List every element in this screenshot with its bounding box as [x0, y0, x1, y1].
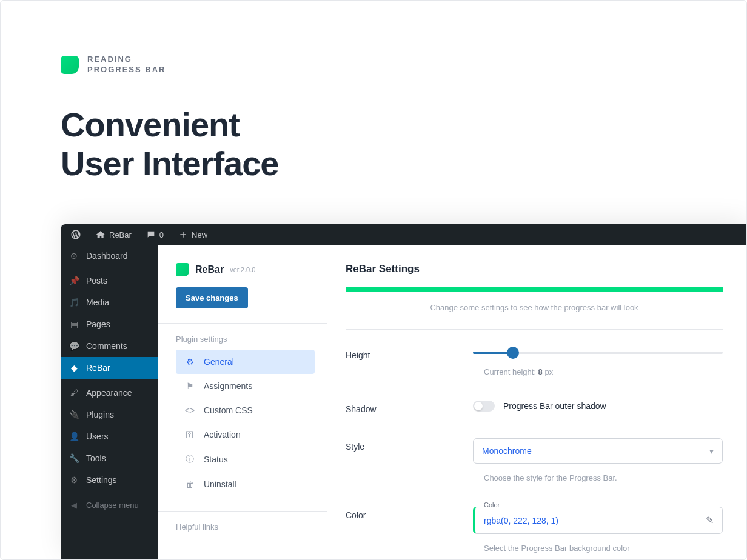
- comments-icon: 💬: [68, 340, 80, 352]
- wp-sidebar: ⊙Dashboard 📌Posts 🎵Media ▤Pages 💬Comment…: [61, 245, 158, 560]
- menu-pages[interactable]: ▤Pages: [61, 313, 158, 335]
- style-select[interactable]: Monochrome ▾: [473, 438, 723, 464]
- brand-name: READING PROGRESS BAR: [87, 55, 166, 75]
- style-label: Style: [346, 438, 473, 452]
- menu-appearance[interactable]: 🖌Appearance: [61, 382, 158, 404]
- panel-title: ReBar Settings: [346, 263, 723, 275]
- nav-activation[interactable]: ⚿Activation: [176, 422, 315, 447]
- color-input[interactable]: rgba(0, 222, 128, 1) ✎: [473, 507, 723, 534]
- nav-custom-css[interactable]: <>Custom CSS: [176, 398, 315, 422]
- sliders-icon: ⚙: [184, 357, 195, 367]
- flag-icon: ⚑: [184, 381, 195, 391]
- height-label: Height: [346, 347, 473, 360]
- wp-admin-bar: ReBar 0 New: [61, 224, 747, 245]
- plugin-settings-heading: Plugin settings: [176, 335, 315, 344]
- color-caption: Select the Progress Bar background color: [473, 544, 723, 553]
- progress-bar-preview: [346, 287, 723, 292]
- pages-icon: ▤: [68, 318, 80, 330]
- menu-users[interactable]: 👤Users: [61, 425, 158, 447]
- menu-comments[interactable]: 💬Comments: [61, 335, 158, 357]
- pin-icon: 📌: [68, 275, 80, 287]
- color-legend: Color: [480, 501, 503, 508]
- code-icon: <>: [184, 405, 195, 415]
- helpful-links-heading: Helpful links: [176, 522, 315, 532]
- menu-plugins[interactable]: 🔌Plugins: [61, 404, 158, 425]
- adminbar-new[interactable]: New: [173, 230, 212, 239]
- wp-logo-icon[interactable]: [65, 229, 86, 240]
- menu-tools[interactable]: 🔧Tools: [61, 447, 158, 469]
- slider-thumb[interactable]: [507, 347, 519, 359]
- nav-status[interactable]: ⓘStatus: [176, 447, 315, 472]
- menu-rebar[interactable]: ◆ReBar: [61, 357, 158, 379]
- comment-icon: [146, 230, 156, 239]
- site-link[interactable]: ReBar: [91, 230, 136, 239]
- style-caption: Choose the style for the Progress Bar.: [473, 473, 723, 482]
- height-caption: Current height: 8 px: [473, 367, 723, 376]
- menu-dashboard[interactable]: ⊙Dashboard: [61, 245, 158, 267]
- app-version: ver.2.0.0: [230, 266, 255, 273]
- plugin-settings-sidebar: ReBar ver.2.0.0 Save changes Plugin sett…: [158, 245, 327, 560]
- menu-media[interactable]: 🎵Media: [61, 292, 158, 313]
- nav-general[interactable]: ⚙General: [176, 350, 315, 374]
- trash-icon: 🗑: [184, 479, 195, 489]
- app-name: ReBar: [195, 264, 224, 275]
- dashboard-icon: ⊙: [68, 250, 80, 262]
- shadow-label: Shadow: [346, 401, 473, 414]
- plug-icon: 🔌: [68, 408, 80, 421]
- wrench-icon: 🔧: [68, 452, 80, 464]
- menu-collapse[interactable]: ◀Collapse menu: [61, 494, 158, 516]
- sliders-icon: ⚙: [68, 474, 80, 486]
- info-icon: ⓘ: [184, 454, 195, 465]
- media-icon: 🎵: [68, 296, 80, 308]
- home-icon: [96, 230, 106, 239]
- settings-panel: ReBar Settings Change some settings to s…: [327, 245, 747, 560]
- nav-assignments[interactable]: ⚑Assignments: [176, 374, 315, 398]
- nav-uninstall[interactable]: 🗑Uninstall: [176, 472, 315, 496]
- brand-logo-row: READING PROGRESS BAR: [61, 55, 747, 75]
- brush-icon: 🖌: [68, 387, 80, 399]
- app-logo-icon: [176, 263, 189, 276]
- eyedropper-icon[interactable]: ✎: [706, 515, 714, 526]
- user-icon: 👤: [68, 430, 80, 442]
- shadow-toggle-label: Progress Bar outer shadow: [503, 401, 606, 411]
- plus-icon: [178, 230, 188, 239]
- menu-posts[interactable]: 📌Posts: [61, 270, 158, 292]
- rebar-icon: ◆: [68, 362, 80, 374]
- adminbar-comments[interactable]: 0: [141, 230, 169, 239]
- wordpress-admin-frame: ReBar 0 New ⊙Dashboard 📌Posts 🎵Media ▤Pa…: [61, 224, 747, 560]
- height-slider[interactable]: [473, 352, 723, 354]
- chevron-down-icon: ▾: [709, 446, 714, 456]
- hero-title: Convenient User Interface: [61, 105, 747, 184]
- color-label: Color: [346, 507, 473, 520]
- collapse-icon: ◀: [68, 499, 80, 511]
- progress-hint: Change some settings to see how the prog…: [346, 303, 723, 312]
- save-button[interactable]: Save changes: [176, 287, 248, 308]
- brand-logo-icon: [61, 56, 79, 74]
- shadow-toggle[interactable]: [473, 401, 495, 412]
- menu-settings[interactable]: ⚙Settings: [61, 469, 158, 491]
- key-icon: ⚿: [184, 430, 195, 439]
